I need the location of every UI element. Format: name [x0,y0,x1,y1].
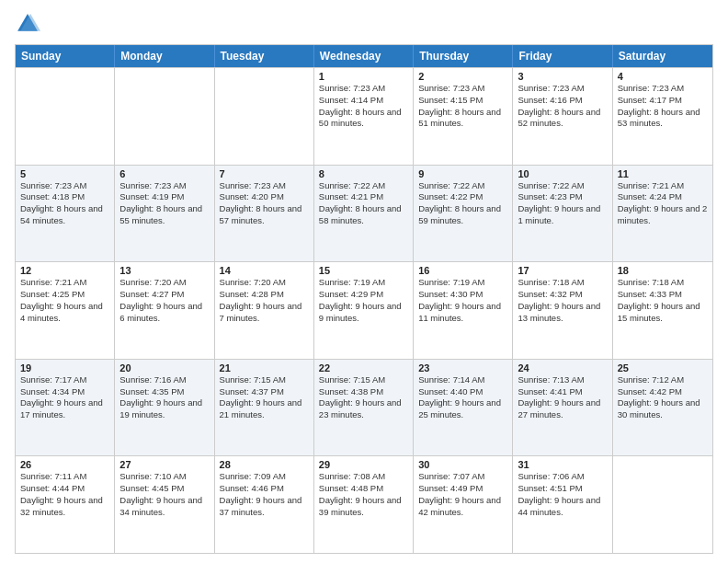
calendar-cell: 10Sunrise: 7:22 AM Sunset: 4:23 PM Dayli… [513,166,612,262]
day-number: 28 [220,459,309,470]
weekday-header: Monday [115,45,214,67]
calendar-cell: 18Sunrise: 7:18 AM Sunset: 4:33 PM Dayli… [613,262,712,359]
calendar-row: 12Sunrise: 7:21 AM Sunset: 4:25 PM Dayli… [16,261,712,359]
day-info: Sunrise: 7:16 AM Sunset: 4:35 PM Dayligh… [119,374,209,421]
calendar-cell: 7Sunrise: 7:23 AM Sunset: 4:20 PM Daylig… [215,166,314,262]
day-number: 23 [418,362,507,373]
calendar-cell: 22Sunrise: 7:15 AM Sunset: 4:38 PM Dayli… [314,360,414,456]
weekday-header: Sunday [16,45,115,67]
calendar-cell: 4Sunrise: 7:23 AM Sunset: 4:17 PM Daylig… [613,68,712,165]
calendar-cell: 8Sunrise: 7:22 AM Sunset: 4:21 PM Daylig… [314,166,414,262]
day-number: 22 [319,362,408,373]
day-info: Sunrise: 7:23 AM Sunset: 4:15 PM Dayligh… [418,83,507,130]
calendar-cell: 14Sunrise: 7:20 AM Sunset: 4:28 PM Dayli… [215,262,314,359]
calendar-cell: 23Sunrise: 7:14 AM Sunset: 4:40 PM Dayli… [414,360,513,456]
calendar-header: SundayMondayTuesdayWednesdayThursdayFrid… [16,45,712,67]
calendar-cell: 15Sunrise: 7:19 AM Sunset: 4:29 PM Dayli… [314,262,414,359]
day-number: 16 [418,265,507,276]
day-number: 18 [618,265,708,276]
day-info: Sunrise: 7:23 AM Sunset: 4:19 PM Dayligh… [119,180,209,227]
day-number: 9 [418,168,507,179]
day-info: Sunrise: 7:22 AM Sunset: 4:23 PM Dayligh… [518,180,607,227]
day-number: 5 [20,168,109,179]
calendar-cell: 28Sunrise: 7:09 AM Sunset: 4:46 PM Dayli… [215,456,314,553]
calendar-cell: 27Sunrise: 7:10 AM Sunset: 4:45 PM Dayli… [115,456,214,553]
day-number: 2 [418,71,507,82]
day-info: Sunrise: 7:19 AM Sunset: 4:29 PM Dayligh… [319,277,408,324]
calendar-row: 19Sunrise: 7:17 AM Sunset: 4:34 PM Dayli… [16,359,712,456]
calendar-body: 1Sunrise: 7:23 AM Sunset: 4:14 PM Daylig… [16,67,712,553]
calendar-cell: 2Sunrise: 7:23 AM Sunset: 4:15 PM Daylig… [414,68,513,165]
day-info: Sunrise: 7:21 AM Sunset: 4:25 PM Dayligh… [20,277,109,324]
day-number: 26 [20,459,109,470]
day-info: Sunrise: 7:23 AM Sunset: 4:16 PM Dayligh… [518,83,607,130]
weekday-header: Saturday [613,45,712,67]
calendar-cell [16,68,115,165]
header [15,11,713,37]
calendar-cell: 20Sunrise: 7:16 AM Sunset: 4:35 PM Dayli… [115,360,214,456]
day-number: 30 [418,459,507,470]
calendar-cell: 19Sunrise: 7:17 AM Sunset: 4:34 PM Dayli… [16,360,115,456]
calendar-cell [613,456,712,553]
day-number: 3 [518,71,607,82]
calendar-cell: 1Sunrise: 7:23 AM Sunset: 4:14 PM Daylig… [314,68,414,165]
calendar-cell: 5Sunrise: 7:23 AM Sunset: 4:18 PM Daylig… [16,166,115,262]
day-info: Sunrise: 7:20 AM Sunset: 4:28 PM Dayligh… [220,277,309,324]
day-info: Sunrise: 7:08 AM Sunset: 4:48 PM Dayligh… [319,471,408,518]
calendar-cell: 21Sunrise: 7:15 AM Sunset: 4:37 PM Dayli… [215,360,314,456]
calendar-cell: 30Sunrise: 7:07 AM Sunset: 4:49 PM Dayli… [414,456,513,553]
day-info: Sunrise: 7:12 AM Sunset: 4:42 PM Dayligh… [618,374,708,421]
calendar-row: 5Sunrise: 7:23 AM Sunset: 4:18 PM Daylig… [16,165,712,262]
calendar-cell: 13Sunrise: 7:20 AM Sunset: 4:27 PM Dayli… [115,262,214,359]
day-info: Sunrise: 7:18 AM Sunset: 4:33 PM Dayligh… [618,277,708,324]
calendar-cell: 9Sunrise: 7:22 AM Sunset: 4:22 PM Daylig… [414,166,513,262]
day-info: Sunrise: 7:21 AM Sunset: 4:24 PM Dayligh… [618,180,708,227]
day-info: Sunrise: 7:10 AM Sunset: 4:45 PM Dayligh… [119,471,209,518]
weekday-header: Wednesday [314,45,414,67]
day-number: 10 [518,168,607,179]
day-number: 24 [518,362,607,373]
day-info: Sunrise: 7:20 AM Sunset: 4:27 PM Dayligh… [119,277,209,324]
calendar-row: 1Sunrise: 7:23 AM Sunset: 4:14 PM Daylig… [16,67,712,165]
day-number: 29 [319,459,408,470]
day-number: 12 [20,265,109,276]
weekday-header: Tuesday [215,45,314,67]
calendar-cell: 16Sunrise: 7:19 AM Sunset: 4:30 PM Dayli… [414,262,513,359]
calendar-cell: 17Sunrise: 7:18 AM Sunset: 4:32 PM Dayli… [513,262,612,359]
day-number: 15 [319,265,408,276]
day-number: 21 [220,362,309,373]
day-number: 1 [319,71,408,82]
calendar: SundayMondayTuesdayWednesdayThursdayFrid… [15,44,713,554]
day-number: 7 [220,168,309,179]
day-number: 31 [518,459,607,470]
day-info: Sunrise: 7:23 AM Sunset: 4:17 PM Dayligh… [618,83,708,130]
day-info: Sunrise: 7:22 AM Sunset: 4:21 PM Dayligh… [319,180,408,227]
calendar-cell: 26Sunrise: 7:11 AM Sunset: 4:44 PM Dayli… [16,456,115,553]
calendar-cell: 6Sunrise: 7:23 AM Sunset: 4:19 PM Daylig… [115,166,214,262]
calendar-cell [115,68,214,165]
calendar-cell: 25Sunrise: 7:12 AM Sunset: 4:42 PM Dayli… [613,360,712,456]
day-info: Sunrise: 7:19 AM Sunset: 4:30 PM Dayligh… [418,277,507,324]
day-info: Sunrise: 7:09 AM Sunset: 4:46 PM Dayligh… [220,471,309,518]
logo [15,11,44,37]
calendar-cell: 11Sunrise: 7:21 AM Sunset: 4:24 PM Dayli… [613,166,712,262]
day-info: Sunrise: 7:14 AM Sunset: 4:40 PM Dayligh… [418,374,507,421]
day-info: Sunrise: 7:13 AM Sunset: 4:41 PM Dayligh… [518,374,607,421]
weekday-header: Friday [513,45,612,67]
calendar-row: 26Sunrise: 7:11 AM Sunset: 4:44 PM Dayli… [16,455,712,553]
day-number: 27 [119,459,209,470]
calendar-cell [215,68,314,165]
calendar-cell: 3Sunrise: 7:23 AM Sunset: 4:16 PM Daylig… [513,68,612,165]
day-info: Sunrise: 7:23 AM Sunset: 4:14 PM Dayligh… [319,83,408,130]
day-info: Sunrise: 7:11 AM Sunset: 4:44 PM Dayligh… [20,471,109,518]
day-info: Sunrise: 7:06 AM Sunset: 4:51 PM Dayligh… [518,471,607,518]
day-info: Sunrise: 7:07 AM Sunset: 4:49 PM Dayligh… [418,471,507,518]
day-number: 11 [618,168,708,179]
day-number: 25 [618,362,708,373]
day-number: 6 [119,168,209,179]
day-number: 14 [220,265,309,276]
day-info: Sunrise: 7:18 AM Sunset: 4:32 PM Dayligh… [518,277,607,324]
day-info: Sunrise: 7:15 AM Sunset: 4:38 PM Dayligh… [319,374,408,421]
day-number: 13 [119,265,209,276]
calendar-cell: 24Sunrise: 7:13 AM Sunset: 4:41 PM Dayli… [513,360,612,456]
